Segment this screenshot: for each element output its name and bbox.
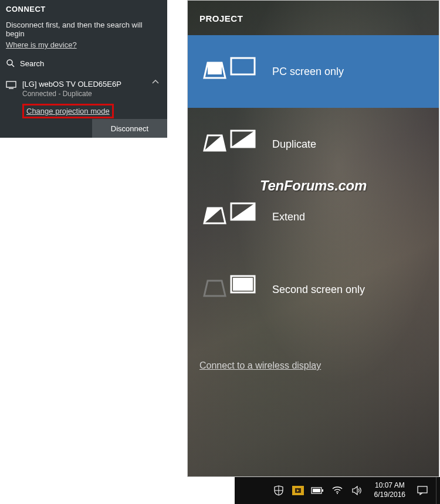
svg-rect-9 xyxy=(233,278,253,291)
connect-instruction: Disconnect first, and then the search wi… xyxy=(6,21,161,38)
app-icon[interactable] xyxy=(292,486,304,495)
project-panel: PROJECT TenForums.com PC screen only xyxy=(187,0,439,477)
pc-screen-only-icon xyxy=(199,53,258,90)
svg-rect-15 xyxy=(313,489,320,492)
where-is-device-link[interactable]: Where is my device? xyxy=(6,40,77,49)
search-icon xyxy=(6,59,15,68)
defender-icon[interactable] xyxy=(272,484,285,497)
svg-rect-4 xyxy=(231,58,255,74)
svg-rect-16 xyxy=(322,489,323,492)
connect-title: CONNECT xyxy=(6,5,161,13)
battery-icon[interactable] xyxy=(311,484,324,497)
wireless-display-link[interactable]: Connect to a wireless display xyxy=(199,360,321,370)
extend-icon xyxy=(199,198,258,236)
svg-rect-18 xyxy=(418,486,427,493)
volume-icon[interactable] xyxy=(351,484,364,497)
project-item-duplicate[interactable]: Duplicate xyxy=(188,108,439,181)
watermark-text: TenForums.com xyxy=(260,178,367,194)
change-projection-link[interactable]: Change projection mode xyxy=(26,107,110,115)
disconnect-button[interactable]: Disconnect xyxy=(92,119,167,138)
wifi-icon[interactable] xyxy=(331,484,344,497)
project-item-label: Extend xyxy=(272,211,305,223)
connect-panel: CONNECT Disconnect first, and then the s… xyxy=(0,0,167,138)
annotation-highlight: Change projection mode xyxy=(22,104,114,118)
disconnect-button-wrap: Disconnect xyxy=(92,119,167,138)
svg-rect-2 xyxy=(6,81,16,87)
taskbar-time: 10:07 AM xyxy=(374,481,405,491)
svg-point-0 xyxy=(7,60,12,65)
wireless-display-link-wrap: Connect to a wireless display xyxy=(199,360,321,371)
second-screen-only-icon xyxy=(199,271,258,308)
project-item-pc-only[interactable]: PC screen only xyxy=(188,35,439,108)
change-projection-wrap: Change projection mode xyxy=(22,104,161,118)
svg-line-1 xyxy=(12,64,14,67)
search-label: Search xyxy=(20,59,44,68)
action-center-icon[interactable] xyxy=(416,484,429,497)
project-item-second-only[interactable]: Second screen only xyxy=(188,253,439,326)
monitor-icon xyxy=(6,81,16,89)
svg-point-17 xyxy=(337,493,338,494)
taskbar-clock[interactable]: 10:07 AM 6/19/2016 xyxy=(371,481,409,499)
project-item-label: Duplicate xyxy=(272,138,316,151)
project-item-label: PC screen only xyxy=(272,66,344,78)
device-info: [LG] webOS TV OLED65E6P Connected - Dupl… xyxy=(22,80,146,98)
device-row[interactable]: [LG] webOS TV OLED65E6P Connected - Dupl… xyxy=(6,80,161,98)
show-desktop-button[interactable] xyxy=(436,477,438,504)
project-title: PROJECT xyxy=(188,1,439,23)
duplicate-icon xyxy=(199,125,258,163)
svg-rect-5 xyxy=(208,63,222,74)
chevron-up-icon[interactable] xyxy=(152,80,161,84)
taskbar: 10:07 AM 6/19/2016 xyxy=(235,477,440,504)
search-row[interactable]: Search xyxy=(6,59,161,68)
project-item-label: Second screen only xyxy=(272,284,365,296)
device-name: [LG] webOS TV OLED65E6P xyxy=(22,80,146,88)
device-status: Connected - Duplicate xyxy=(22,90,146,98)
taskbar-date: 6/19/2016 xyxy=(374,491,405,500)
